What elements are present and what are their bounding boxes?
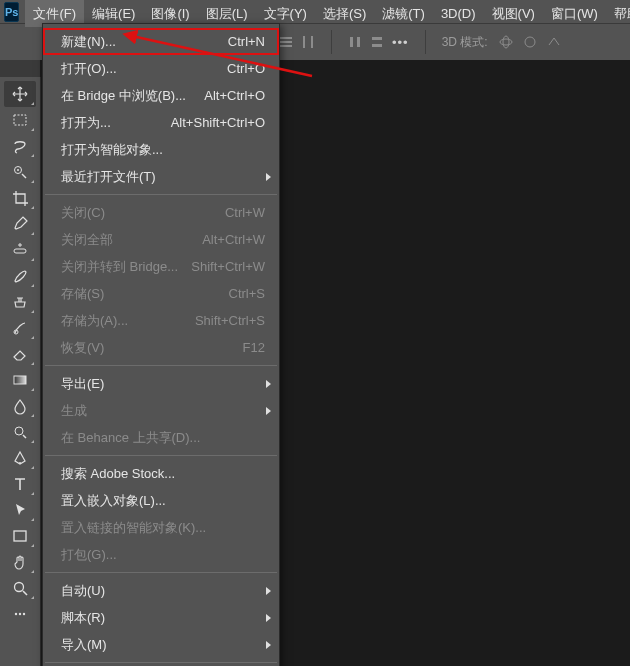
menu-item-label: 恢复(V) (61, 339, 104, 357)
menu-视图[interactable]: 视图(V) (484, 0, 543, 27)
clone-stamp-tool[interactable] (4, 289, 36, 315)
menu-item: 恢复(V)F12 (43, 334, 279, 361)
menu-item-label: 打开为智能对象... (61, 141, 163, 159)
menu-item[interactable]: 在 Bridge 中浏览(B)...Alt+Ctrl+O (43, 82, 279, 109)
svg-rect-10 (280, 37, 292, 39)
eyedropper-tool[interactable] (4, 211, 36, 237)
menu-item: 置入链接的智能对象(K)... (43, 514, 279, 541)
menu-item-label: 导出(E) (61, 375, 104, 393)
menu-窗口[interactable]: 窗口(W) (543, 0, 606, 27)
menu-item: 在 Behance 上共享(D)... (43, 424, 279, 451)
menu-item-shortcut: Alt+Ctrl+O (204, 88, 265, 103)
svg-rect-15 (350, 37, 353, 47)
brush-tool[interactable] (4, 263, 36, 289)
mode-3d-controls[interactable] (498, 35, 562, 49)
menu-item-label: 在 Behance 上共享(D)... (61, 429, 200, 447)
menu-item-label: 存储为(A)... (61, 312, 128, 330)
zoom-tool[interactable] (4, 575, 36, 601)
mode-label: 3D 模式: (442, 34, 488, 51)
menu-item: 生成 (43, 397, 279, 424)
menu-item: 关闭(C)Ctrl+W (43, 199, 279, 226)
menu-item[interactable]: 最近打开文件(T) (43, 163, 279, 190)
move-tool[interactable] (4, 81, 36, 107)
svg-point-28 (15, 427, 23, 435)
menu-3d[interactable]: 3D(D) (433, 0, 484, 27)
spot-healing-brush-tool[interactable] (4, 237, 36, 263)
svg-rect-22 (14, 115, 26, 125)
menu-item-shortcut: Shift+Ctrl+S (195, 313, 265, 328)
menu-item[interactable]: 新建(N)...Ctrl+N (43, 28, 279, 55)
menu-item-label: 置入嵌入对象(L)... (61, 492, 166, 510)
submenu-arrow-icon (266, 173, 271, 181)
svg-rect-30 (14, 531, 26, 541)
svg-rect-11 (280, 41, 292, 43)
horizontal-type-tool[interactable] (4, 471, 36, 497)
crop-tool[interactable] (4, 185, 36, 211)
menu-item-label: 导入(M) (61, 636, 107, 654)
pen-tool[interactable] (4, 445, 36, 471)
menu-item[interactable]: 脚本(R) (43, 604, 279, 631)
menu-item: 关闭并转到 Bridge...Shift+Ctrl+W (43, 253, 279, 280)
rectangular-marquee-tool[interactable] (4, 107, 36, 133)
menu-item[interactable]: 搜索 Adobe Stock... (43, 460, 279, 487)
menu-separator (45, 365, 277, 366)
menu-item-shortcut: F12 (243, 340, 265, 355)
submenu-arrow-icon (266, 641, 271, 649)
history-brush-tool[interactable] (4, 315, 36, 341)
svg-point-34 (23, 613, 25, 615)
svg-point-33 (19, 613, 21, 615)
menu-item-label: 新建(N)... (61, 33, 116, 51)
svg-rect-18 (372, 44, 382, 47)
menu-item-label: 关闭全部 (61, 231, 113, 249)
menu-separator (45, 572, 277, 573)
menu-选择[interactable]: 选择(S) (315, 0, 374, 27)
submenu-arrow-icon (266, 380, 271, 388)
hand-tool[interactable] (4, 549, 36, 575)
collapsed-panel-tab[interactable] (0, 59, 40, 77)
menu-item-shortcut: Ctrl+O (227, 61, 265, 76)
path-selection-tool[interactable] (4, 497, 36, 523)
svg-point-24 (17, 169, 19, 171)
menu-item[interactable]: 打开为智能对象... (43, 136, 279, 163)
menu-item-label: 脚本(R) (61, 609, 105, 627)
menu-item-label: 生成 (61, 402, 87, 420)
menu-item: 打包(G)... (43, 541, 279, 568)
menu-item[interactable]: 导入(M) (43, 631, 279, 658)
menu-item-label: 存储(S) (61, 285, 104, 303)
svg-point-19 (500, 39, 512, 45)
more-icon[interactable]: ••• (392, 35, 409, 50)
menu-item-label: 在 Bridge 中浏览(B)... (61, 87, 186, 105)
menu-item[interactable]: 自动(U) (43, 577, 279, 604)
toolbox (0, 77, 41, 666)
menu-item: 存储为(A)...Shift+Ctrl+S (43, 307, 279, 334)
menu-item-label: 关闭(C) (61, 204, 105, 222)
menu-item-label: 打包(G)... (61, 546, 117, 564)
menu-item[interactable]: 导出(E) (43, 370, 279, 397)
blur-tool[interactable] (4, 393, 36, 419)
menu-item-label: 最近打开文件(T) (61, 168, 156, 186)
svg-point-31 (15, 583, 24, 592)
gradient-tool[interactable] (4, 367, 36, 393)
menu-帮助[interactable]: 帮助(H) (606, 0, 630, 27)
menu-item-label: 关闭并转到 Bridge... (61, 258, 178, 276)
menu-item-label: 打开(O)... (61, 60, 117, 78)
menubar: Ps 文件(F)编辑(E)图像(I)图层(L)文字(Y)选择(S)滤镜(T)3D… (0, 0, 630, 23)
menu-item[interactable]: 打开为...Alt+Shift+Ctrl+O (43, 109, 279, 136)
svg-rect-25 (14, 249, 26, 253)
eraser-tool[interactable] (4, 341, 36, 367)
more-tools[interactable] (4, 601, 36, 627)
svg-rect-17 (372, 37, 382, 40)
lasso-tool[interactable] (4, 133, 36, 159)
dodge-tool[interactable] (4, 419, 36, 445)
menu-item-shortcut: Shift+Ctrl+W (191, 259, 265, 274)
menu-item[interactable]: 置入嵌入对象(L)... (43, 487, 279, 514)
rectangle-tool[interactable] (4, 523, 36, 549)
menu-item[interactable]: 打开(O)...Ctrl+O (43, 55, 279, 82)
menu-item-shortcut: Alt+Shift+Ctrl+O (171, 115, 265, 130)
file-menu-dropdown: 新建(N)...Ctrl+N打开(O)...Ctrl+O在 Bridge 中浏览… (42, 23, 280, 666)
svg-rect-13 (303, 36, 305, 48)
distribute-spacing-controls[interactable]: ••• (348, 35, 409, 50)
menu-item: 关闭全部Alt+Ctrl+W (43, 226, 279, 253)
menu-滤镜[interactable]: 滤镜(T) (374, 0, 433, 27)
quick-selection-tool[interactable] (4, 159, 36, 185)
